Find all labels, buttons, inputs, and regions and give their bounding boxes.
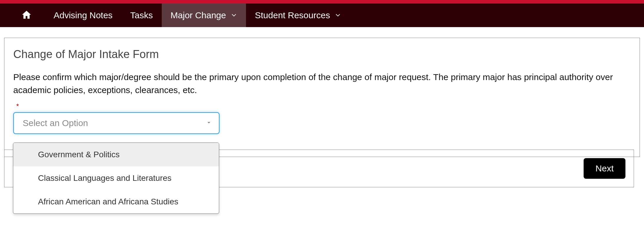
top-red-bar [0,0,644,4]
nav-tasks[interactable]: Tasks [121,4,162,27]
nav-label: Student Resources [255,10,330,20]
major-select[interactable]: Select an Option [13,112,219,134]
form-title: Change of Major Intake Form [13,48,631,61]
main-navbar: Advising Notes Tasks Major Change Studen… [0,4,644,27]
nav-label: Major Change [171,10,226,20]
caret-down-icon [205,119,212,127]
nav-label: Tasks [130,10,153,20]
form-description: Please confirm which major/degree should… [13,71,631,96]
major-select-dropdown: Government & Politics Classical Language… [13,143,219,214]
select-placeholder: Select an Option [23,118,88,128]
next-button[interactable]: Next [584,158,625,179]
nav-home[interactable] [20,9,33,21]
nav-label: Advising Notes [54,10,113,20]
required-asterisk: * [16,102,631,110]
nav-major-change[interactable]: Major Change [162,4,246,27]
nav-student-resources[interactable]: Student Resources [246,4,350,27]
chevron-down-icon [335,12,341,19]
dropdown-option[interactable]: African American and Africana Studies [13,190,219,214]
form-card: Change of Major Intake Form Please confi… [4,38,640,157]
home-icon [21,9,32,21]
chevron-down-icon [231,12,237,19]
dropdown-option[interactable]: Classical Languages and Literatures [13,166,219,190]
dropdown-option[interactable]: Government & Politics [13,143,219,166]
nav-advising-notes[interactable]: Advising Notes [45,4,121,27]
